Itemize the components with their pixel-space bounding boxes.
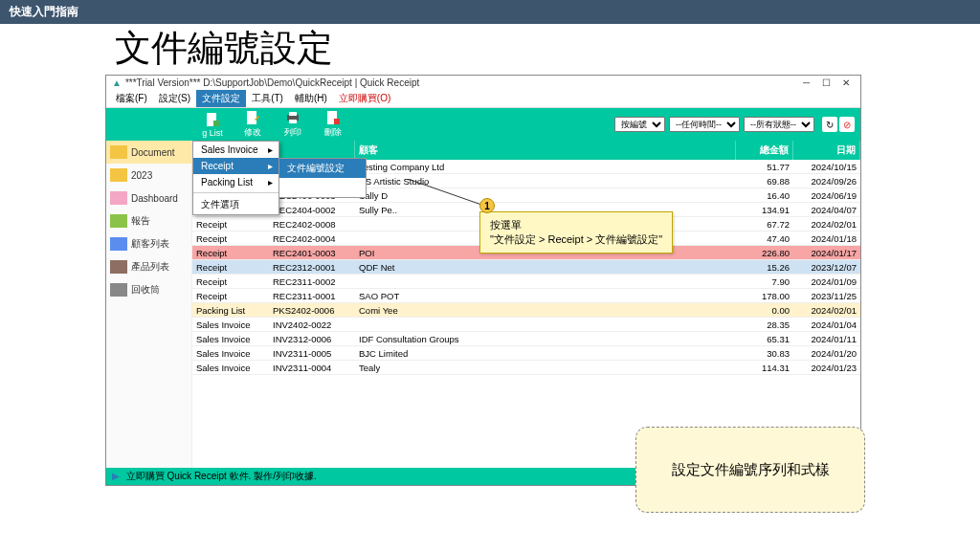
block-icon[interactable]: ⊘ <box>839 117 855 132</box>
menu-file[interactable]: 檔案(F) <box>110 90 153 107</box>
sidebar-item-customers[interactable]: 顧客列表 <box>106 232 191 255</box>
cell-amount: 47.40 <box>736 231 793 245</box>
close-button[interactable]: ✕ <box>837 77 855 88</box>
sidebar-item-dashboard[interactable]: Dashboard <box>106 187 191 209</box>
cell-number: INV2312-0006 <box>269 332 355 345</box>
dd-packing-list[interactable]: Packing List <box>193 174 278 190</box>
callout-line1: 按選單 <box>490 218 662 232</box>
cell-customer: QDF Net <box>355 260 736 274</box>
document-plus-icon <box>205 112 220 127</box>
minimize-button[interactable]: ─ <box>797 77 814 88</box>
toolbar-new-label: g List <box>202 128 223 138</box>
window-controls: ─ ☐ ✕ <box>797 77 855 88</box>
receipt-submenu: 文件編號設定 設計 <box>278 158 367 198</box>
cell-type: Sales Invoice <box>192 332 269 345</box>
dd-fileopt[interactable]: 文件選項 <box>193 195 278 214</box>
cell-number: REC2404-0002 <box>269 203 355 216</box>
cell-number: INV2402-0022 <box>269 318 355 331</box>
table-row[interactable]: Sales InvoiceINV2311-0004Tealy114.312024… <box>192 361 860 375</box>
table-row[interactable]: Sales InvoiceINV2312-0006IDF Consultatio… <box>192 332 860 346</box>
toolbar-edit[interactable]: 修改 <box>238 110 267 139</box>
cell-number: REC2312-0001 <box>269 260 355 274</box>
dashboard-icon <box>110 191 127 205</box>
sidebar-item-label: 報告 <box>131 214 150 228</box>
time-select[interactable]: --任何時間-- <box>669 117 740 132</box>
toolbar-print[interactable]: 列印 <box>278 110 307 139</box>
cell-number: REC2402-0004 <box>269 231 355 245</box>
menu-docset[interactable]: 文件設定 <box>196 90 246 107</box>
page-title: 文件編號設定 <box>115 24 980 73</box>
cell-customer: Comi Yee <box>355 303 736 317</box>
toolbar-delete[interactable]: 刪除 <box>319 110 347 139</box>
cell-type: Sales Invoice <box>192 361 269 374</box>
sidebar-item-label: Document <box>131 147 175 158</box>
svg-rect-5 <box>289 120 297 123</box>
cell-date: 2023/11/25 <box>793 289 860 302</box>
callout-leader-line <box>408 179 484 208</box>
refresh-icon[interactable]: ↻ <box>822 117 837 132</box>
sidebar-item-products[interactable]: 產品列表 <box>106 255 191 278</box>
menu-buy[interactable]: 立即購買(O) <box>333 90 396 107</box>
docset-dropdown: Sales Invoice Receipt 文件編號設定 設計 Packing … <box>192 141 279 215</box>
table-row[interactable]: ReceiptREC2311-0001SAO POT178.002023/11/… <box>192 289 860 303</box>
menu-settings[interactable]: 設定(S) <box>153 90 196 107</box>
sidebar-item-report[interactable]: 報告 <box>106 209 191 232</box>
sidebar-item-recycle[interactable]: 回收筒 <box>106 278 191 301</box>
table-header: 顧客 總金額 日期 <box>192 141 860 160</box>
menu-tools[interactable]: 工具(T) <box>246 90 289 107</box>
svg-rect-7 <box>334 119 340 124</box>
dd-receipt[interactable]: Receipt 文件編號設定 設計 <box>193 158 278 174</box>
cell-customer: SAO POT <box>355 289 736 302</box>
sidebar-item-label: 產品列表 <box>131 260 169 274</box>
cell-date: 2023/12/07 <box>793 260 860 274</box>
report-icon <box>110 214 127 228</box>
toolbar-new[interactable]: g List <box>198 112 227 138</box>
cell-date: 2024/06/19 <box>793 188 860 202</box>
cell-date: 2024/10/15 <box>793 160 860 173</box>
table-row[interactable]: Packing ListPKS2402-0006Comi Yee0.002024… <box>192 303 860 318</box>
cell-type: Receipt <box>192 275 269 288</box>
products-icon <box>110 260 127 274</box>
cell-date: 2024/02/01 <box>793 217 860 231</box>
table-row[interactable]: Sales InvoiceINV2311-0005BJC Limited30.8… <box>192 346 860 361</box>
sidebar-item-document[interactable]: Document <box>106 141 191 164</box>
table-row[interactable]: ReceiptREC2312-0001QDF Net15.262023/12/0… <box>192 260 860 275</box>
cell-customer <box>355 275 736 288</box>
cell-date: 2024/04/07 <box>793 203 860 216</box>
cell-amount: 15.26 <box>736 260 793 274</box>
menu-help[interactable]: 輔助(H) <box>289 90 333 107</box>
callout-line2: "文件設定 > Receipt > 文件編號設定" <box>490 232 662 247</box>
document-edit-icon <box>245 110 260 125</box>
dd-receipt-label: Receipt <box>201 161 234 171</box>
sort-select[interactable]: 按編號 <box>614 117 665 132</box>
cell-customer <box>355 318 736 331</box>
toolbar: g List 修改 列印 刪除 按編號 --任何時間-- --所有狀態-- ↻ … <box>106 108 860 141</box>
table-row[interactable]: ReceiptREC2311-00027.902024/01/09 <box>192 275 860 289</box>
status-select[interactable]: --所有狀態-- <box>744 117 814 132</box>
col-customer[interactable]: 顧客 <box>355 141 736 160</box>
table-row[interactable]: Sales InvoiceINV2402-002228.352024/01/04 <box>192 318 860 332</box>
svg-rect-4 <box>289 112 297 116</box>
col-amount[interactable]: 總金額 <box>736 141 793 160</box>
cell-type: Receipt <box>192 217 269 231</box>
sub-design[interactable]: 設計 <box>279 178 366 197</box>
sidebar: Document 2023 Dashboard 報告 顧客列表 產品列表 回收筒 <box>106 141 192 485</box>
maximize-button[interactable]: ☐ <box>817 77 835 88</box>
cell-amount: 7.90 <box>736 275 793 288</box>
document-delete-icon <box>325 110 341 125</box>
cell-customer: IDF Consultation Groups <box>355 332 736 345</box>
app-title-text: ***Trial Version*** D:\SupportJob\Demo\Q… <box>125 77 419 88</box>
col-number[interactable] <box>269 141 355 160</box>
status-text: 立即購買 Quick Receipt 軟件. 製作/列印收據. <box>126 471 317 481</box>
col-date[interactable]: 日期 <box>793 141 860 160</box>
customers-icon <box>110 237 127 251</box>
cell-amount: 16.40 <box>736 188 793 202</box>
sidebar-item-2023[interactable]: 2023 <box>106 164 191 187</box>
cell-customer: Testing Company Ltd <box>355 160 736 173</box>
sub-numbering[interactable]: 文件編號設定 <box>279 159 366 178</box>
cell-amount: 30.83 <box>736 346 793 360</box>
cell-date: 2024/01/09 <box>793 275 860 288</box>
folder-icon <box>110 168 127 182</box>
cell-date: 2024/01/18 <box>793 231 860 245</box>
dd-sales-invoice[interactable]: Sales Invoice <box>193 142 278 158</box>
